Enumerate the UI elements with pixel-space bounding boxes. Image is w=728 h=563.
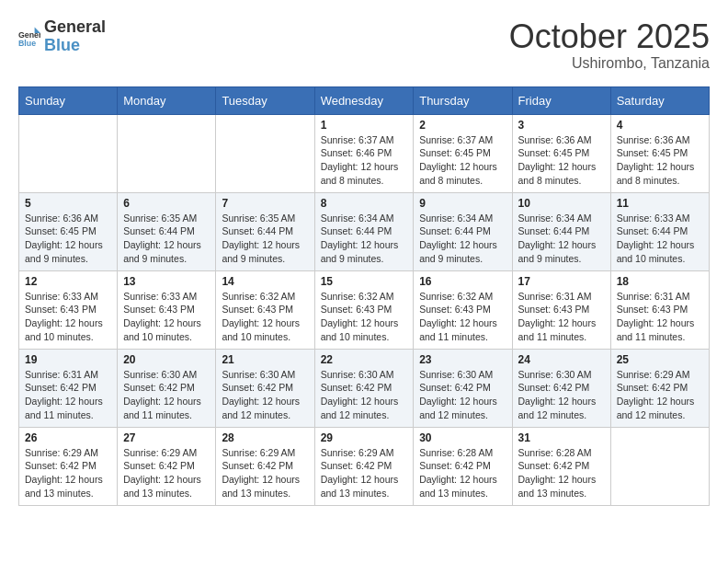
day-of-week-header: Saturday	[610, 86, 709, 114]
calendar-day-cell: 15Sunrise: 6:32 AMSunset: 6:43 PMDayligh…	[314, 270, 414, 349]
day-info: Sunrise: 6:34 AMSunset: 6:44 PMDaylight:…	[518, 212, 605, 266]
calendar-week-row: 5Sunrise: 6:36 AMSunset: 6:45 PMDaylight…	[19, 192, 710, 270]
logo-general-text: General	[44, 18, 106, 37]
day-number: 3	[518, 119, 605, 132]
calendar-day-cell	[19, 114, 118, 192]
day-number: 4	[617, 119, 703, 132]
day-number: 26	[25, 431, 111, 444]
calendar-day-cell: 27Sunrise: 6:29 AMSunset: 6:42 PMDayligh…	[118, 427, 216, 505]
day-info: Sunrise: 6:32 AMSunset: 6:43 PMDaylight:…	[419, 290, 506, 344]
calendar-day-cell: 19Sunrise: 6:31 AMSunset: 6:42 PMDayligh…	[19, 349, 118, 427]
calendar-day-cell: 29Sunrise: 6:29 AMSunset: 6:42 PMDayligh…	[314, 427, 414, 505]
day-number: 11	[617, 197, 703, 210]
calendar-day-cell: 21Sunrise: 6:30 AMSunset: 6:42 PMDayligh…	[216, 349, 314, 427]
day-info: Sunrise: 6:32 AMSunset: 6:43 PMDaylight:…	[222, 290, 308, 344]
day-number: 30	[419, 431, 506, 444]
day-number: 15	[321, 275, 408, 288]
logo-icon: General Blue	[18, 26, 40, 48]
day-info: Sunrise: 6:29 AMSunset: 6:42 PMDaylight:…	[222, 446, 308, 500]
day-of-week-header: Thursday	[414, 86, 512, 114]
calendar-day-cell: 28Sunrise: 6:29 AMSunset: 6:42 PMDayligh…	[216, 427, 314, 505]
day-info: Sunrise: 6:30 AMSunset: 6:42 PMDaylight:…	[222, 368, 308, 422]
day-info: Sunrise: 6:32 AMSunset: 6:43 PMDaylight:…	[321, 290, 408, 344]
day-of-week-header: Friday	[512, 86, 610, 114]
day-info: Sunrise: 6:34 AMSunset: 6:44 PMDaylight:…	[419, 212, 506, 266]
month-title: October 2025	[509, 18, 710, 55]
calendar-day-cell: 4Sunrise: 6:36 AMSunset: 6:45 PMDaylight…	[610, 114, 709, 192]
day-info: Sunrise: 6:28 AMSunset: 6:42 PMDaylight:…	[419, 446, 506, 500]
calendar-week-row: 26Sunrise: 6:29 AMSunset: 6:42 PMDayligh…	[19, 427, 710, 505]
calendar-day-cell: 16Sunrise: 6:32 AMSunset: 6:43 PMDayligh…	[414, 270, 512, 349]
calendar-day-cell: 9Sunrise: 6:34 AMSunset: 6:44 PMDaylight…	[414, 192, 512, 270]
calendar-week-row: 1Sunrise: 6:37 AMSunset: 6:46 PMDaylight…	[19, 114, 710, 192]
day-number: 20	[123, 353, 210, 366]
calendar-day-cell: 31Sunrise: 6:28 AMSunset: 6:42 PMDayligh…	[512, 427, 610, 505]
day-info: Sunrise: 6:37 AMSunset: 6:45 PMDaylight:…	[419, 133, 506, 188]
calendar-day-cell: 6Sunrise: 6:35 AMSunset: 6:44 PMDaylight…	[118, 192, 216, 270]
calendar-day-cell: 22Sunrise: 6:30 AMSunset: 6:42 PMDayligh…	[314, 349, 414, 427]
day-number: 8	[321, 197, 408, 210]
calendar-day-cell: 24Sunrise: 6:30 AMSunset: 6:42 PMDayligh…	[512, 349, 610, 427]
day-of-week-header: Tuesday	[216, 86, 314, 114]
day-info: Sunrise: 6:29 AMSunset: 6:42 PMDaylight:…	[123, 446, 210, 500]
calendar-day-cell: 5Sunrise: 6:36 AMSunset: 6:45 PMDaylight…	[19, 192, 118, 270]
calendar-day-cell: 12Sunrise: 6:33 AMSunset: 6:43 PMDayligh…	[19, 270, 118, 349]
day-info: Sunrise: 6:37 AMSunset: 6:46 PMDaylight:…	[321, 133, 408, 188]
calendar-day-cell: 18Sunrise: 6:31 AMSunset: 6:43 PMDayligh…	[610, 270, 709, 349]
day-number: 17	[518, 275, 605, 288]
calendar-day-cell: 10Sunrise: 6:34 AMSunset: 6:44 PMDayligh…	[512, 192, 610, 270]
logo-blue-text: Blue	[44, 37, 106, 55]
day-number: 7	[222, 197, 308, 210]
day-info: Sunrise: 6:31 AMSunset: 6:43 PMDaylight:…	[617, 290, 703, 344]
day-number: 31	[518, 431, 605, 444]
calendar-day-cell: 13Sunrise: 6:33 AMSunset: 6:43 PMDayligh…	[118, 270, 216, 349]
day-number: 13	[123, 275, 210, 288]
calendar-day-cell: 25Sunrise: 6:29 AMSunset: 6:42 PMDayligh…	[610, 349, 709, 427]
logo: General Blue General Blue	[18, 18, 106, 55]
calendar-day-cell: 8Sunrise: 6:34 AMSunset: 6:44 PMDaylight…	[314, 192, 414, 270]
day-number: 24	[518, 353, 605, 366]
day-info: Sunrise: 6:29 AMSunset: 6:42 PMDaylight:…	[617, 368, 703, 422]
day-number: 6	[123, 197, 210, 210]
day-number: 10	[518, 197, 605, 210]
day-number: 1	[321, 119, 408, 132]
day-info: Sunrise: 6:31 AMSunset: 6:43 PMDaylight:…	[518, 290, 605, 344]
calendar-day-cell: 26Sunrise: 6:29 AMSunset: 6:42 PMDayligh…	[19, 427, 118, 505]
day-of-week-header: Sunday	[19, 86, 118, 114]
day-info: Sunrise: 6:28 AMSunset: 6:42 PMDaylight:…	[518, 446, 605, 500]
day-number: 18	[617, 275, 703, 288]
day-number: 28	[222, 431, 308, 444]
day-info: Sunrise: 6:35 AMSunset: 6:44 PMDaylight:…	[123, 212, 210, 266]
day-number: 21	[222, 353, 308, 366]
day-number: 25	[617, 353, 703, 366]
day-number: 19	[25, 353, 111, 366]
calendar-week-row: 19Sunrise: 6:31 AMSunset: 6:42 PMDayligh…	[19, 349, 710, 427]
day-number: 9	[419, 197, 506, 210]
day-number: 14	[222, 275, 308, 288]
day-info: Sunrise: 6:30 AMSunset: 6:42 PMDaylight:…	[518, 368, 605, 422]
page-header: General Blue General Blue October 2025 U…	[18, 18, 710, 72]
calendar-day-cell: 2Sunrise: 6:37 AMSunset: 6:45 PMDaylight…	[414, 114, 512, 192]
day-info: Sunrise: 6:33 AMSunset: 6:43 PMDaylight:…	[25, 290, 111, 344]
day-info: Sunrise: 6:29 AMSunset: 6:42 PMDaylight:…	[321, 446, 408, 500]
day-number: 22	[321, 353, 408, 366]
day-of-week-header: Monday	[118, 86, 216, 114]
calendar-day-cell: 11Sunrise: 6:33 AMSunset: 6:44 PMDayligh…	[610, 192, 709, 270]
calendar-day-cell: 7Sunrise: 6:35 AMSunset: 6:44 PMDaylight…	[216, 192, 314, 270]
calendar-day-cell: 20Sunrise: 6:30 AMSunset: 6:42 PMDayligh…	[118, 349, 216, 427]
calendar-day-cell: 23Sunrise: 6:30 AMSunset: 6:42 PMDayligh…	[414, 349, 512, 427]
day-number: 27	[123, 431, 210, 444]
calendar-day-cell: 1Sunrise: 6:37 AMSunset: 6:46 PMDaylight…	[314, 114, 414, 192]
calendar-day-cell	[216, 114, 314, 192]
day-info: Sunrise: 6:34 AMSunset: 6:44 PMDaylight:…	[321, 212, 408, 266]
calendar-day-cell	[118, 114, 216, 192]
day-info: Sunrise: 6:33 AMSunset: 6:44 PMDaylight:…	[617, 212, 703, 266]
calendar-table: SundayMondayTuesdayWednesdayThursdayFrid…	[18, 86, 710, 506]
day-number: 23	[419, 353, 506, 366]
day-number: 5	[25, 197, 111, 210]
day-info: Sunrise: 6:36 AMSunset: 6:45 PMDaylight:…	[25, 212, 111, 266]
day-number: 12	[25, 275, 111, 288]
day-number: 29	[321, 431, 408, 444]
day-info: Sunrise: 6:36 AMSunset: 6:45 PMDaylight:…	[518, 133, 605, 188]
day-info: Sunrise: 6:35 AMSunset: 6:44 PMDaylight:…	[222, 212, 308, 266]
